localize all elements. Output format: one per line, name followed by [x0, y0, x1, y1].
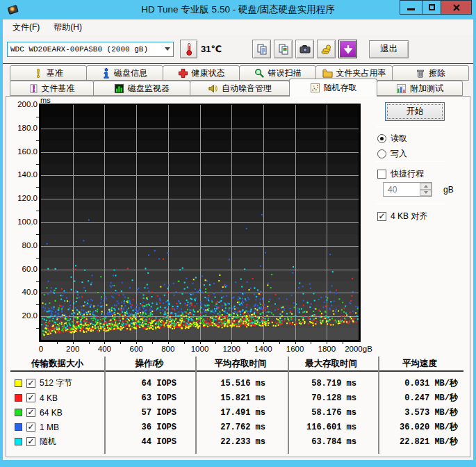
- tab-health[interactable]: 健康状态: [163, 65, 240, 81]
- error-scan-icon: [254, 68, 265, 79]
- tab-erase[interactable]: 擦除: [392, 65, 469, 81]
- tab-extra-tests[interactable]: 附加测试: [377, 81, 463, 96]
- tab-label: 擦除: [429, 67, 445, 79]
- short-stroke-option[interactable]: 快捷行程: [377, 168, 424, 179]
- menu-file[interactable]: 文件(F): [6, 19, 47, 35]
- iops-value: 57 IOPS: [104, 408, 195, 418]
- avg-speed-value: 36.020 MB/秒: [376, 421, 463, 433]
- read-option[interactable]: 读取: [377, 133, 407, 144]
- copy-image-icon: [277, 43, 290, 56]
- speaker-icon: [208, 83, 218, 94]
- temperature-button[interactable]: [180, 40, 197, 58]
- read-radio[interactable]: [377, 134, 386, 143]
- series-checkbox[interactable]: [26, 423, 35, 432]
- series-color-swatch: [15, 379, 22, 387]
- start-button[interactable]: 开始: [385, 102, 445, 121]
- max-access-value: 58.176 ms: [286, 408, 376, 418]
- max-access-value: 70.128 ms: [286, 393, 376, 403]
- iops-value: 44 IOPS: [104, 437, 195, 447]
- donate-button[interactable]: [317, 40, 336, 58]
- copy-text-button[interactable]: [252, 40, 271, 58]
- capacity-value: 40: [384, 183, 420, 196]
- client-area: 文件(F) 帮助(H) WDC WD20EARX-00PASB0 (2000 g…: [3, 19, 473, 460]
- series-label: 随机: [40, 436, 56, 448]
- align-4kb-checkbox[interactable]: [377, 212, 386, 221]
- maximize-button[interactable]: [422, 0, 441, 15]
- gold-coins-icon: [320, 43, 333, 56]
- tab-file-benchmark[interactable]: 文件基准: [10, 81, 94, 96]
- maximize-icon: [429, 4, 435, 10]
- separator: [376, 161, 446, 162]
- disk-monitor-icon: [114, 83, 124, 94]
- drive-select[interactable]: WDC WD20EARX-00PASB0 (2000 gB): [7, 42, 174, 57]
- tab-strip: 基准 磁盘信息 健康状态: [3, 64, 473, 96]
- table-row: 64 KB 57 IOPS 17.491 ms 58.176 ms 3.573 …: [10, 405, 466, 420]
- erase-trash-icon: [416, 68, 425, 79]
- max-access-value: 116.601 ms: [286, 423, 376, 432]
- series-checkbox[interactable]: [26, 379, 35, 388]
- drive-select-arrow[interactable]: [161, 42, 173, 56]
- tab-label: 健康状态: [192, 67, 225, 79]
- avg-speed-value: 22.821 MB/秒: [376, 436, 463, 448]
- avg-access-value: 17.491 ms: [195, 408, 286, 418]
- temperature-value: 31℃: [201, 44, 222, 54]
- capacity-stepper[interactable]: 40: [383, 182, 432, 197]
- series-checkbox[interactable]: [26, 408, 35, 417]
- exit-button[interactable]: 退出: [369, 40, 409, 58]
- write-option[interactable]: 写入: [377, 148, 407, 159]
- short-stroke-checkbox[interactable]: [377, 170, 386, 179]
- menu-help[interactable]: 帮助(H): [47, 19, 89, 35]
- toolbar-buttons: [252, 40, 360, 58]
- series-color-swatch: [15, 394, 22, 402]
- scatter-plot-canvas: [41, 105, 359, 340]
- stepper-up-button[interactable]: [420, 183, 432, 190]
- column-separator: [104, 357, 106, 454]
- table-header-row: 传输数据大小 操作/秒 平均存取时间 最大存取时间 平均速度: [10, 357, 466, 372]
- tab-disk-info[interactable]: 磁盘信息: [86, 65, 163, 81]
- y-tick-label: 120.0: [7, 194, 38, 202]
- exit-label: 退出: [380, 43, 397, 55]
- series-color-swatch: [15, 423, 22, 431]
- tab-label: 基准: [47, 67, 63, 79]
- tab-label: 文件夹占用率: [336, 67, 386, 79]
- header-transfer-size: 传输数据大小: [10, 357, 104, 372]
- y-tick-label: 160.0: [7, 147, 38, 156]
- write-radio[interactable]: [377, 149, 386, 158]
- tab-random-access[interactable]: 随机存取: [289, 79, 377, 97]
- max-access-value: 63.784 ms: [286, 437, 376, 447]
- close-button[interactable]: [441, 0, 472, 15]
- tab-benchmark[interactable]: 基准: [10, 65, 87, 81]
- series-checkbox[interactable]: [26, 393, 35, 402]
- minimize-button[interactable]: [400, 0, 422, 15]
- write-label: 写入: [391, 148, 407, 160]
- align-4kb-option[interactable]: 4 KB 对齐: [377, 211, 427, 222]
- header-avg-access: 平均存取时间: [195, 357, 286, 372]
- copy-text-icon: [256, 43, 268, 56]
- menu-bar: 文件(F) 帮助(H): [3, 19, 473, 35]
- benchmark-icon: [33, 68, 43, 79]
- avg-access-value: 27.762 ms: [195, 423, 286, 432]
- screenshot-button[interactable]: [295, 40, 314, 58]
- series-checkbox[interactable]: [26, 437, 35, 446]
- chevron-down-icon: [165, 47, 170, 51]
- tab-label: 随机存取: [324, 82, 357, 94]
- thermometer-icon: [183, 42, 195, 56]
- table-row: 512 字节 64 IOPS 15.516 ms 58.719 ms 0.031…: [10, 376, 466, 391]
- table-row: 4 KB 63 IOPS 15.821 ms 70.128 ms 0.247 M…: [10, 391, 466, 405]
- copy-image-button[interactable]: [274, 40, 293, 58]
- column-separator: [378, 357, 379, 454]
- avg-access-value: 15.516 ms: [195, 379, 286, 388]
- minimize-icon: [407, 8, 415, 10]
- start-label: 开始: [407, 106, 424, 117]
- tab-disk-monitor[interactable]: 磁盘监视器: [93, 81, 190, 96]
- y-tick-label: 40.0: [7, 288, 38, 296]
- update-button[interactable]: [338, 40, 357, 58]
- close-icon: [452, 3, 461, 12]
- toolbar: WDC WD20EARX-00PASB0 (2000 gB) 31℃: [3, 35, 473, 64]
- scatter-plot-frame: [39, 104, 361, 342]
- column-separator: [195, 357, 197, 454]
- column-separator: [288, 357, 289, 454]
- series-label: 64 KB: [40, 408, 63, 418]
- tab-aam[interactable]: 自动噪音管理: [190, 81, 290, 96]
- stepper-down-button[interactable]: [420, 190, 432, 197]
